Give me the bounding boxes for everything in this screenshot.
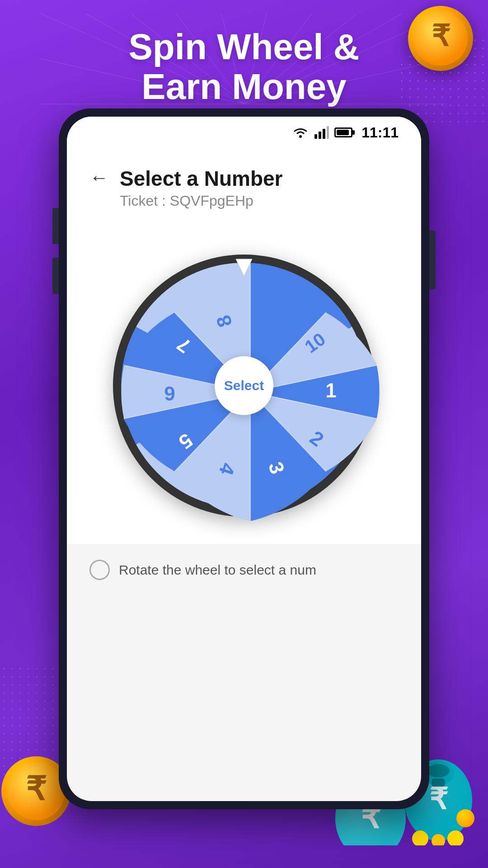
svg-text:₹: ₹ bbox=[26, 771, 47, 807]
svg-point-38 bbox=[299, 135, 302, 138]
title-line2: Earn Money bbox=[141, 66, 346, 107]
svg-rect-41 bbox=[323, 129, 325, 139]
instruction-area: Rotate the wheel to select a num bbox=[67, 544, 421, 596]
header-text: Select a Number Ticket : SQVFpgEHp bbox=[120, 166, 282, 209]
screen-title: Select a Number bbox=[120, 166, 282, 191]
volume-up-button bbox=[52, 208, 59, 244]
svg-text:₹: ₹ bbox=[432, 19, 450, 52]
power-button bbox=[429, 231, 436, 289]
signal-icon bbox=[314, 126, 329, 139]
back-button[interactable]: ← bbox=[89, 168, 108, 187]
status-time: 11:11 bbox=[361, 124, 399, 141]
wheel-container: 9 10 1 2 3 4 5 6 bbox=[67, 218, 421, 544]
svg-text:₹: ₹ bbox=[429, 783, 448, 816]
svg-rect-39 bbox=[314, 134, 317, 139]
svg-rect-42 bbox=[327, 126, 329, 139]
instruction-icon bbox=[89, 560, 110, 580]
phone-frame: 11:11 ← Select a Number Ticket : SQVFpgE… bbox=[59, 108, 429, 809]
title-line1: Spin Wheel & bbox=[128, 27, 359, 67]
ticket-info: Ticket : SQVFpgEHp bbox=[120, 193, 282, 209]
svg-rect-40 bbox=[319, 132, 321, 139]
wifi-icon bbox=[292, 126, 309, 139]
ticket-code: SQVFpgEHp bbox=[170, 193, 253, 209]
select-button[interactable]: Select bbox=[215, 356, 273, 415]
battery-icon bbox=[334, 127, 352, 137]
svg-point-37 bbox=[456, 809, 474, 827]
ticket-prefix: Ticket : bbox=[120, 193, 170, 209]
select-button-label: Select bbox=[224, 378, 264, 393]
svg-text:1: 1 bbox=[325, 379, 337, 401]
status-icons bbox=[292, 126, 352, 139]
instruction-text: Rotate the wheel to select a num bbox=[119, 562, 316, 578]
app-header: ← Select a Number Ticket : SQVFpgEHp bbox=[67, 148, 421, 218]
phone-screen: 11:11 ← Select a Number Ticket : SQVFpgE… bbox=[67, 117, 421, 801]
status-bar: 11:11 bbox=[67, 117, 421, 148]
svg-marker-65 bbox=[236, 259, 252, 276]
svg-text:6: 6 bbox=[164, 382, 175, 405]
wheel-pointer bbox=[235, 257, 253, 279]
spin-wheel[interactable]: 9 10 1 2 3 4 5 6 bbox=[113, 255, 375, 517]
coin-decoration-tr: ₹ bbox=[407, 5, 474, 72]
svg-point-23 bbox=[427, 764, 450, 778]
volume-down-button bbox=[52, 258, 59, 294]
